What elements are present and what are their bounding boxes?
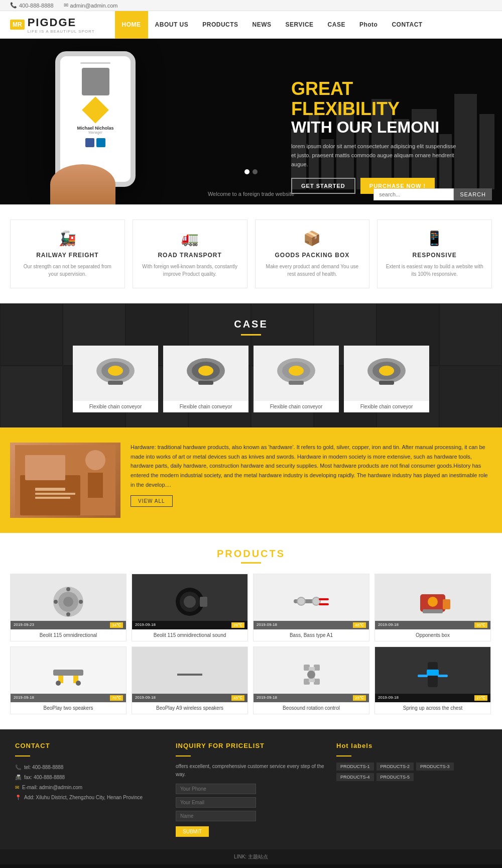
feature-road: 🚛 ROAD TRANSPORT With foreign well-known… [133, 220, 247, 288]
header: MR PIGDGE LIFE IS A BEAUTIFUL SPORT HOME… [0, 11, 502, 39]
footer-fax: 📠 fax: 400-888-8888 [15, 773, 166, 783]
dot-1[interactable] [244, 169, 249, 174]
product-card-3[interactable]: 2019-09-18 46℃ Bass, Bass type A1 [253, 574, 369, 641]
nav-products[interactable]: PRODUCTS [195, 11, 245, 39]
product-img-8: 2019-09-18 27℃ [375, 647, 490, 702]
hot-label-2[interactable]: PRODUCTS-2 [376, 763, 414, 771]
topbar-phone: 📞 400-888-8888 [10, 2, 54, 9]
about-image [10, 443, 120, 518]
case-item-2[interactable]: Flexible chain conveyor [163, 346, 248, 412]
product-card-5[interactable]: 2019-09-18 70℃ BeoPlay two speakers [10, 646, 127, 714]
case-img-3 [254, 346, 339, 401]
svg-rect-34 [88, 473, 103, 498]
case-item-1[interactable]: Flexible chain conveyor [73, 346, 158, 412]
case-title: CASE [10, 318, 492, 330]
case-img-2 [163, 346, 248, 401]
nav-contact[interactable]: CONTACT [385, 11, 429, 39]
get-started-button[interactable]: GET STARTED [291, 178, 355, 194]
nav-service[interactable]: SERVICE [279, 11, 321, 39]
footer-inquiry-title: INQUIRY FOR PRICELIST [176, 742, 326, 749]
inquiry-submit-button[interactable]: SUBMIT [176, 826, 209, 837]
product-badge-4: 2019-09-18 30℃ [375, 621, 490, 629]
footer-hot-col: Hot labels PRODUCTS-1 PRODUCTS-2 PRODUCT… [336, 742, 487, 837]
hero-desc: lorem ipsum dolor sit amet consectetuer … [291, 142, 462, 169]
svg-rect-50 [319, 603, 329, 605]
feature-responsive: 📱 RESPONSIVE Extent is easiest way to bu… [377, 220, 492, 288]
inquiry-phone-input[interactable] [176, 784, 256, 794]
railway-icon: 🚂 [18, 230, 117, 247]
footer-bottom: Copyright © 2022 腾讯站点 本站供货商来源于互联网 蜀ICP12… [0, 864, 502, 868]
logo-mr: MR [10, 20, 25, 30]
product-card-6[interactable]: 2019-09-18 45℃ BeoPlay A9 wireless speak… [132, 646, 248, 714]
product-name-1: Beolit 115 omnidirectional [11, 629, 126, 641]
product-img-6: 2019-09-18 45℃ [132, 647, 247, 702]
hot-label-5[interactable]: PRODUCTS-5 [376, 773, 414, 781]
about-text: Hardware: traditional hardware products,… [131, 443, 492, 507]
footer-link-label: LINK: 主题站点 [234, 853, 268, 860]
inquiry-email-input[interactable] [176, 797, 256, 808]
road-icon: 🚛 [141, 230, 239, 247]
hot-label-1[interactable]: PRODUCTS-1 [336, 763, 374, 771]
product-badge-7: 2019-09-18 25℃ [254, 694, 369, 702]
nav-case[interactable]: CASE [321, 11, 352, 39]
svg-rect-10 [479, 114, 494, 189]
tel-icon: 📞 [15, 763, 21, 773]
inquiry-desc: offers excellent, comprehensive customer… [176, 763, 326, 779]
products-grid: 2019-09-23 34℃ Beolit 115 omnidirectiona… [10, 574, 492, 714]
addr-icon: 📍 [15, 793, 21, 803]
nav-photo[interactable]: Photo [352, 11, 385, 39]
logo-sub: LIFE IS A BEAUTIFUL SPORT [28, 29, 95, 34]
dot-2[interactable] [253, 169, 258, 174]
svg-point-68 [307, 671, 315, 679]
nav-news[interactable]: NEWS [245, 11, 279, 39]
svg-point-41 [79, 600, 83, 604]
topbar-email: ✉ admin@admin.com [64, 2, 118, 9]
search-input[interactable] [373, 188, 454, 200]
svg-point-33 [85, 450, 105, 470]
product-badge-2: 2019-09-18 39℃ [132, 621, 247, 629]
case-img-4 [344, 346, 429, 401]
case-title-line [241, 334, 261, 336]
svg-point-26 [379, 366, 394, 376]
svg-rect-30 [35, 488, 65, 491]
product-card-2[interactable]: 2019-09-18 39℃ Beolit 115 omnidirectiona… [132, 574, 248, 641]
footer-contact-info: 📞 tel: 400-888-8888 📠 fax: 400-888-8888 … [15, 763, 166, 803]
email-icon: ✉ [64, 2, 68, 9]
view-all-button[interactable]: VIEW ALL [131, 495, 173, 507]
product-card-1[interactable]: 2019-09-23 34℃ Beolit 115 omnidirectiona… [10, 574, 127, 641]
features-section: 🚂 RAILWAY FREIGHT Our strength can not b… [0, 204, 502, 303]
svg-point-53 [428, 597, 438, 607]
case-item-4[interactable]: Flexible chain conveyor [344, 346, 429, 412]
svg-rect-52 [423, 609, 443, 613]
search-button[interactable]: SEARCH [454, 188, 492, 200]
footer-addr: 📍 Add: Xiluhu District, Zhengzhou City, … [15, 793, 166, 803]
product-name-4: Opponents box [375, 629, 490, 641]
feature-packing-desc: Make every product and demand You use re… [263, 263, 362, 278]
nav-about[interactable]: ABOUT US [148, 11, 196, 39]
svg-point-40 [54, 600, 58, 604]
hot-label-3[interactable]: PRODUCTS-3 [416, 763, 454, 771]
about-desc: Hardware: traditional hardware products,… [131, 443, 492, 489]
product-card-8[interactable]: 2019-09-18 27℃ Spring up across the ches… [374, 646, 491, 714]
svg-point-44 [184, 596, 196, 608]
packing-icon: 📦 [263, 230, 362, 247]
feature-packing: 📦 GOODS PACKING BOX Make every product a… [255, 220, 370, 288]
svg-point-58 [56, 681, 61, 686]
hero-welcome: Welcome to a foreign trade website [208, 191, 294, 197]
nav-home[interactable]: HOME [115, 11, 148, 39]
product-card-7[interactable]: 2019-09-18 25℃ Beosound rotation control [253, 646, 369, 714]
product-card-4[interactable]: 2019-09-18 30℃ Opponents box [374, 574, 491, 641]
svg-point-22 [289, 366, 304, 376]
case-item-3[interactable]: Flexible chain conveyor [254, 346, 339, 412]
svg-rect-13 [108, 381, 123, 385]
hero-title-white: WITH OUR LEMONI [291, 119, 462, 136]
inquiry-name-input[interactable] [176, 811, 256, 821]
hero-phone: Michael Nicholas Manager [40, 51, 151, 197]
product-name-8: Spring up across the chest [375, 702, 490, 714]
footer-contact-col: CONTACT 📞 tel: 400-888-8888 📠 fax: 400-8… [15, 742, 166, 837]
product-img-5: 2019-09-18 70℃ [11, 647, 126, 702]
product-img-4: 2019-09-18 30℃ [375, 574, 490, 629]
hot-label-4[interactable]: PRODUCTS-4 [336, 773, 374, 781]
footer-inquiry-line [176, 755, 191, 756]
product-badge-5: 2019-09-18 70℃ [11, 694, 126, 702]
